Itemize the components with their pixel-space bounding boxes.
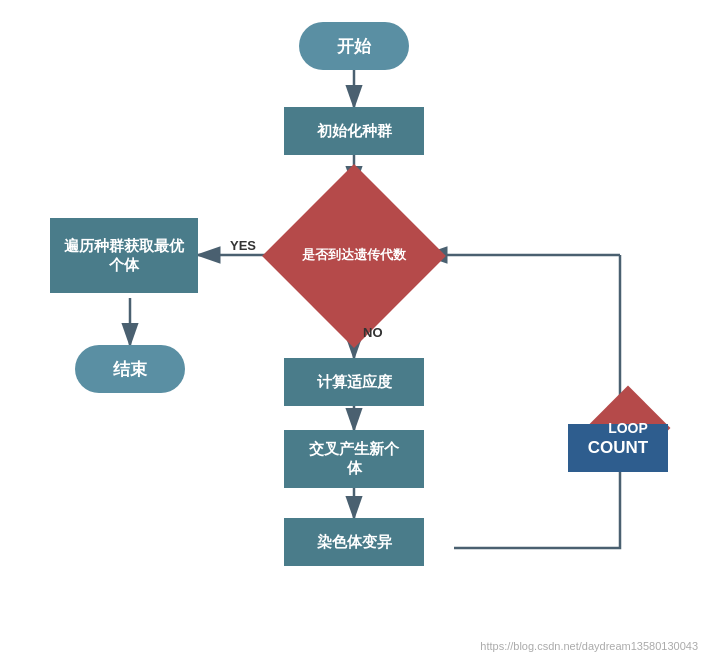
crossover-node: 交叉产生新个 体 xyxy=(284,430,424,488)
no-label: NO xyxy=(363,325,383,340)
init-node: 初始化种群 xyxy=(284,107,424,155)
yes-label: YES xyxy=(230,238,256,253)
mutation-node: 染色体变异 xyxy=(284,518,424,566)
start-node: 开始 xyxy=(299,22,409,70)
traverse-node: 遍历种群获取最优 个体 xyxy=(50,218,198,293)
end-node: 结束 xyxy=(75,345,185,393)
flowchart-diagram: 开始 初始化种群 是否到达遗传代数 遍历种群获取最优 个体 结束 计算适应度 交… xyxy=(0,0,708,662)
decision-node: 是否到达遗传代数 xyxy=(284,188,424,323)
calc-node: 计算适应度 xyxy=(284,358,424,406)
watermark: https://blog.csdn.net/daydream1358013004… xyxy=(480,640,698,652)
